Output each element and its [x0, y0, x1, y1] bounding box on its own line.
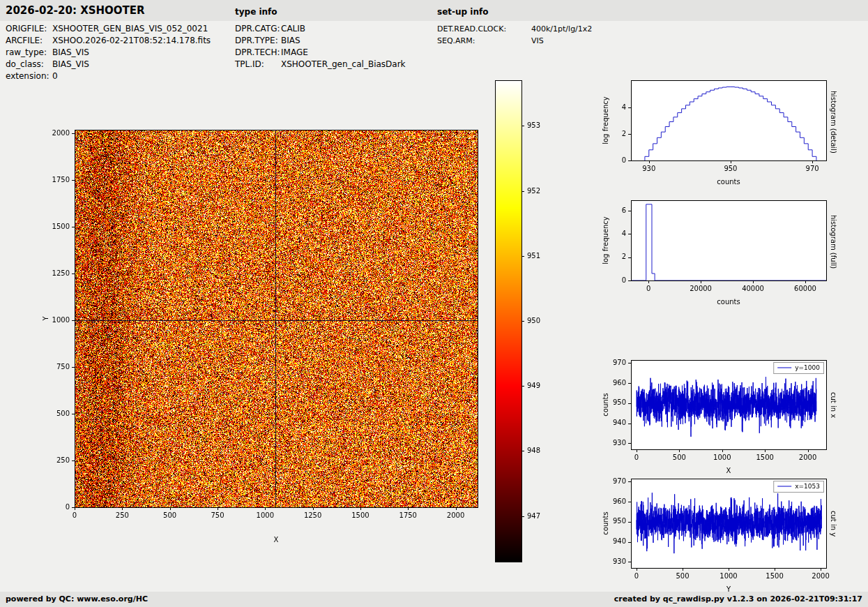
meta-label: DET.READ.CLOCK:: [437, 23, 506, 35]
meta-value: XSHOOTER_gen_cal_BiasDark: [281, 59, 406, 70]
qc-report-page: 2026-02-20: XSHOOTER type info set-up in…: [0, 0, 868, 607]
cut-in-y-side-label: cut in y: [830, 477, 837, 571]
footer-bar: powered by QC: www.eso.org/HC created by…: [0, 592, 868, 607]
meta-value: XSHOO.2026-02-21T08:52:14.178.fits: [52, 35, 211, 47]
meta-row: DPR.CATG:CALIB: [235, 23, 436, 35]
meta-label: extension:: [6, 70, 50, 82]
footer-powered-by: powered by QC: www.eso.org/HC: [6, 594, 148, 604]
footer-created-by: created by qc_rawdisp.py v1.2.3 on 2026-…: [614, 594, 862, 604]
setup-info-heading: set-up info: [437, 7, 488, 17]
meta-value: 0: [52, 70, 58, 82]
cut-in-x-side-label: cut in x: [830, 359, 837, 452]
histogram-full-plot: [598, 193, 832, 312]
meta-label: DPR.CATG:: [235, 23, 280, 35]
meta-value: VIS: [531, 35, 544, 47]
meta-row: SEQ.ARM:VIS: [437, 35, 646, 47]
bias-image-plot: [38, 105, 488, 555]
meta-value: CALIB: [281, 23, 305, 35]
meta-label: DPR.TYPE:: [235, 35, 278, 47]
meta-label: ARCFILE:: [6, 35, 43, 47]
cut-in-y-plot: [598, 472, 832, 596]
meta-value: 400k/1pt/lg/1x2: [531, 23, 592, 35]
meta-row: TPL.ID:XSHOOTER_gen_cal_BiasDark: [235, 59, 436, 70]
meta-label: raw_type:: [6, 47, 47, 59]
header-bar: 2026-02-20: XSHOOTER type info set-up in…: [0, 0, 868, 21]
meta-row: DPR.TYPE:BIAS: [235, 35, 436, 47]
histogram-full-side-label: histogram (full): [830, 197, 837, 287]
meta-row: ARCFILE:XSHOO.2026-02-21T08:52:14.178.fi…: [6, 35, 232, 47]
meta-row: DPR.TECH:IMAGE: [235, 47, 436, 59]
meta-row: extension:0: [6, 70, 232, 82]
meta-row: raw_type:BIAS_VIS: [6, 47, 232, 59]
meta-label: do_class:: [6, 59, 44, 70]
meta-row: do_class:BIAS_VIS: [6, 59, 232, 70]
meta-label: TPL.ID:: [235, 59, 264, 70]
meta-value: IMAGE: [281, 47, 308, 59]
setup-info-metadata: DET.READ.CLOCK:400k/1pt/lg/1x2 SEQ.ARM:V…: [437, 23, 646, 47]
meta-label: SEQ.ARM:: [437, 35, 475, 47]
histogram-detail-side-label: histogram (detail): [830, 77, 837, 167]
meta-label: DPR.TECH:: [235, 47, 280, 59]
histogram-detail-plot: [598, 73, 832, 192]
meta-value: BIAS: [281, 35, 300, 47]
colorbar: [490, 75, 556, 568]
meta-value: BIAS_VIS: [52, 47, 89, 59]
page-title: 2026-02-20: XSHOOTER: [6, 4, 145, 17]
meta-row: DET.READ.CLOCK:400k/1pt/lg/1x2: [437, 23, 646, 35]
meta-value: XSHOOTER_GEN_BIAS_VIS_052_0021: [52, 23, 208, 35]
file-metadata: ORIGFILE:XSHOOTER_GEN_BIAS_VIS_052_0021 …: [6, 23, 232, 82]
cut-in-x-plot: [598, 353, 832, 477]
meta-row: ORIGFILE:XSHOOTER_GEN_BIAS_VIS_052_0021: [6, 23, 232, 35]
type-info-metadata: DPR.CATG:CALIB DPR.TYPE:BIAS DPR.TECH:IM…: [235, 23, 436, 70]
meta-value: BIAS_VIS: [52, 59, 89, 70]
type-info-heading: type info: [235, 7, 277, 17]
meta-label: ORIGFILE:: [6, 23, 47, 35]
